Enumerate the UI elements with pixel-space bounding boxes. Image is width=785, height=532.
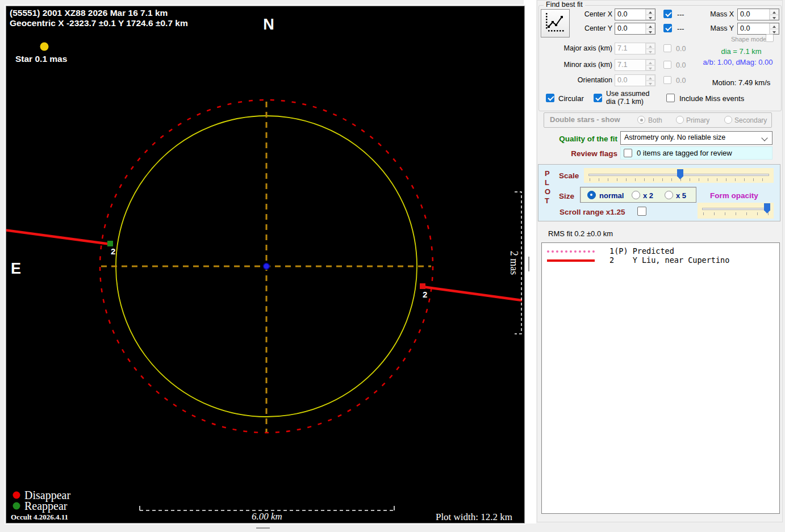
east-label: E bbox=[11, 260, 21, 277]
double-stars-both-radio[interactable] bbox=[637, 116, 645, 124]
center-x-dash: --- bbox=[677, 11, 684, 19]
star-dot bbox=[40, 43, 49, 51]
form-opacity-slider-ticks bbox=[703, 212, 769, 215]
fit-center-x-checkbox[interactable] bbox=[663, 10, 672, 18]
plot-title: (55551) 2001 XZ88 2026 Mar 16 7.1 km Geo… bbox=[10, 8, 188, 28]
disappear-marker[interactable] bbox=[420, 283, 425, 289]
minor-axis-spinner[interactable]: 7.1 bbox=[615, 59, 655, 71]
size-normal-label[interactable]: normal bbox=[599, 191, 624, 200]
major-axis-aux: 0.0 bbox=[676, 45, 686, 53]
scalebar-label: 6.00 km bbox=[252, 511, 282, 522]
center-x-value[interactable]: 0.0 bbox=[617, 10, 627, 18]
use-assumed-dia-checkbox[interactable] bbox=[594, 94, 602, 102]
version-label: Occult 4.2026.4.11 bbox=[11, 513, 68, 521]
double-stars-secondary-label[interactable]: Secondary bbox=[734, 116, 767, 124]
plot-vertical-label: P L O T bbox=[545, 169, 550, 206]
size-x2-label[interactable]: x 2 bbox=[643, 191, 653, 200]
form-opacity-slider-track[interactable] bbox=[702, 208, 769, 210]
center-x-spinner[interactable]: 0.0 bbox=[615, 9, 655, 20]
mas-bracket-label: 2 mas bbox=[508, 251, 520, 275]
chord-2-left-segment[interactable] bbox=[6, 230, 110, 244]
scale-label: Scale bbox=[559, 171, 579, 180]
review-flags-checkbox[interactable] bbox=[624, 149, 632, 157]
mass-y-spinner[interactable]: 0.0 bbox=[737, 23, 779, 35]
shape-model-label: Shape model bbox=[731, 36, 768, 43]
review-flags-text: 0 items are tagged for review bbox=[637, 149, 732, 157]
orientation-fit-checkbox[interactable] bbox=[663, 76, 671, 84]
orientation-value: 0.0 bbox=[617, 76, 627, 84]
scale-slider-ticks bbox=[590, 178, 769, 181]
plot-title-line2: Geocentric X -2323.7 ±0.1 Y 1724.6 ±0.7 … bbox=[10, 18, 188, 28]
circular-checkbox[interactable] bbox=[546, 94, 554, 102]
reappear-marker[interactable] bbox=[107, 241, 113, 246]
orientation-label: Orientation bbox=[545, 76, 612, 84]
list-item-text: 1(P) Predicted bbox=[609, 246, 674, 255]
major-axis-spinner[interactable]: 7.1 bbox=[615, 43, 655, 55]
double-stars-primary-label[interactable]: Primary bbox=[686, 116, 709, 124]
chevron-down-icon bbox=[761, 135, 767, 141]
mass-y-value[interactable]: 0.0 bbox=[740, 24, 750, 32]
ab-dmag-value: a/b: 1.00, dMag: 0.00 bbox=[696, 58, 780, 66]
include-miss-checkbox[interactable] bbox=[666, 94, 675, 102]
quality-label: Quality of the fit bbox=[544, 135, 617, 143]
chord-label-left: 2 bbox=[111, 246, 115, 256]
reappear-legend-dot bbox=[13, 502, 20, 510]
minor-axis-label: Minor axis (km) bbox=[545, 61, 612, 69]
dia-value: dia = 7.1 km bbox=[704, 47, 778, 56]
form-opacity-slider[interactable] bbox=[698, 203, 774, 219]
center-y-spinner[interactable]: 0.0 bbox=[615, 23, 655, 35]
size-normal-radio[interactable] bbox=[587, 191, 596, 199]
reappear-legend-label: Reappear bbox=[24, 500, 68, 513]
major-axis-label: Major axis (km) bbox=[545, 44, 612, 52]
chord-2-right-segment[interactable] bbox=[423, 287, 522, 300]
use-assumed-dia-label: Use assumed dia (7.1 km) bbox=[606, 90, 649, 106]
predicted-line-swatch bbox=[547, 250, 595, 253]
occult-app-window: { "plot": { "title_line1": "(55551) 2001… bbox=[0, 0, 785, 532]
shape-model-checkbox[interactable] bbox=[766, 34, 774, 42]
rms-fit-label: RMS fit 0.2 ±0.0 km bbox=[548, 229, 613, 238]
vertical-splitter-handle[interactable] bbox=[528, 257, 529, 271]
orientation-spinner[interactable]: 0.0 bbox=[615, 74, 655, 86]
list-item[interactable]: 1(P) Predicted bbox=[542, 246, 779, 255]
size-x5-label[interactable]: x 5 bbox=[676, 191, 686, 200]
mass-x-value[interactable]: 0.0 bbox=[740, 10, 750, 18]
north-label: N bbox=[263, 16, 274, 33]
minor-axis-fit-checkbox[interactable] bbox=[663, 61, 671, 69]
scalebar-ticks bbox=[140, 506, 394, 510]
size-x2-radio[interactable] bbox=[632, 191, 640, 199]
size-x5-radio[interactable] bbox=[665, 191, 673, 199]
circular-label: Circular bbox=[558, 94, 584, 103]
center-dot[interactable] bbox=[264, 263, 270, 270]
major-axis-fit-checkbox[interactable] bbox=[663, 44, 671, 52]
mass-y-label: Mass Y bbox=[700, 24, 734, 32]
center-x-label: Center X bbox=[568, 10, 612, 18]
scale-slider[interactable] bbox=[584, 168, 774, 183]
orientation-aux: 0.0 bbox=[676, 77, 686, 85]
plot-canvas: 2 2 Star 0.1 mas N E 2 mas 6.00 km Plot … bbox=[6, 6, 524, 523]
double-stars-secondary-radio[interactable] bbox=[724, 116, 732, 124]
chord-label-right: 2 bbox=[423, 290, 427, 299]
include-miss-label: Include Miss events bbox=[679, 94, 744, 103]
fit-center-y-checkbox[interactable] bbox=[663, 24, 672, 32]
double-stars-both-label[interactable]: Both bbox=[648, 116, 662, 124]
center-y-value[interactable]: 0.0 bbox=[617, 24, 627, 32]
quality-value: Astrometry only. No reliable size bbox=[624, 133, 725, 141]
horizontal-splitter-handle[interactable] bbox=[256, 527, 270, 529]
scroll-range-checkbox[interactable] bbox=[637, 207, 646, 216]
chord-legend-list[interactable]: 1(P) Predicted 2 Y Liu, near Cupertino bbox=[541, 242, 780, 514]
mass-x-spinner[interactable]: 0.0 bbox=[737, 9, 779, 20]
review-flags-label: Review flags bbox=[544, 149, 617, 158]
mass-x-label: Mass X bbox=[700, 10, 734, 18]
quality-combobox[interactable]: Astrometry only. No reliable size bbox=[620, 131, 773, 145]
star-label: Star 0.1 mas bbox=[15, 54, 67, 64]
occultation-plot[interactable]: 2 2 Star 0.1 mas N E 2 mas 6.00 km Plot … bbox=[6, 6, 525, 523]
minor-axis-value: 7.1 bbox=[617, 61, 627, 69]
minor-axis-aux: 0.0 bbox=[676, 61, 686, 69]
scroll-range-label: Scroll range x1.25 bbox=[559, 208, 625, 216]
form-opacity-label: Form opacity bbox=[710, 191, 758, 200]
center-y-label: Center Y bbox=[568, 24, 612, 32]
list-item[interactable]: 2 Y Liu, near Cupertino bbox=[542, 255, 779, 265]
run-fit-button[interactable] bbox=[541, 9, 570, 37]
major-axis-value: 7.1 bbox=[617, 44, 627, 52]
double-stars-primary-radio[interactable] bbox=[676, 116, 684, 124]
